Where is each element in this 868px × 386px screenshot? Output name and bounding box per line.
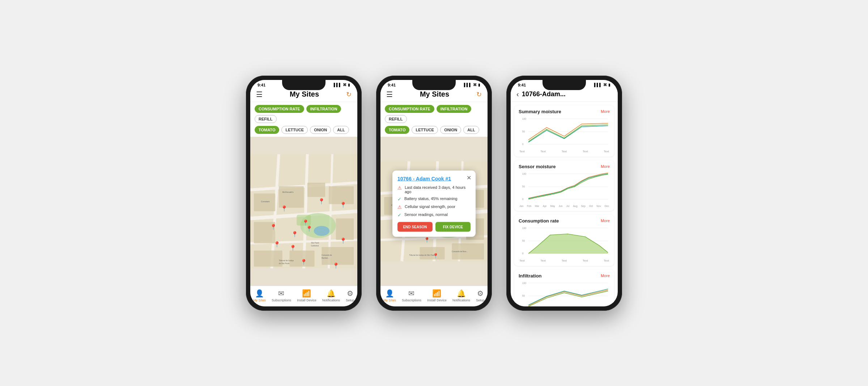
nav-person-icon-2: 👤 xyxy=(385,289,394,298)
nav-subscriptions-2[interactable]: ✉ Subscriptions xyxy=(402,289,421,302)
chip-refill-2[interactable]: REFILL xyxy=(385,115,407,123)
chart-svg-3: 100 50 0 xyxy=(519,226,610,258)
nav-gear-icon-2: ⚙ xyxy=(477,289,484,298)
svg-text:📍: 📍 xyxy=(424,237,430,243)
chip-tomato-2[interactable]: TOMATO xyxy=(385,126,409,134)
chart-x-labels-3: Text Text Text Text Text xyxy=(519,259,610,262)
status-icons-3: ▌▌▌ ⌘ ▮ xyxy=(594,83,610,87)
filter-row-1a: CONSUMPTION RATE INFILTRATION REFILL xyxy=(250,102,357,126)
phone-1-screen: 9:41 ▌▌▌ ⌘ ▮ ☰ My Sites ↻ CONSUMPTION RA… xyxy=(250,80,357,306)
nav-install-device-2[interactable]: 📶 Install Device xyxy=(427,289,447,302)
svg-text:📍: 📍 xyxy=(340,237,347,244)
svg-text:100: 100 xyxy=(522,227,527,229)
popup-title[interactable]: 10766 - Adam Cook #1 xyxy=(397,175,471,181)
x-label-2-9: Sep xyxy=(581,205,585,207)
nav-install-device-1[interactable]: 📶 Install Device xyxy=(297,289,316,302)
svg-text:50: 50 xyxy=(522,294,525,297)
nav-notifications-2[interactable]: 🔔 Notifications xyxy=(452,289,470,302)
time-2: 9:41 xyxy=(388,83,396,87)
svg-rect-13 xyxy=(329,186,354,204)
svg-text:📍: 📍 xyxy=(340,202,347,208)
nav-my-sites-label-1: My Sites xyxy=(253,298,266,302)
nav-notifications-1[interactable]: 🔔 Notifications xyxy=(322,289,340,302)
wifi-icon-2: ⌘ xyxy=(473,83,477,87)
nav-gear-icon-1: ⚙ xyxy=(347,289,353,298)
chart-card-consumption-rate: Consumption rate More 100 50 0 xyxy=(514,215,614,266)
nav-signal-icon-2: 📶 xyxy=(432,289,441,298)
chart-title-2: Sensor moisture xyxy=(519,164,556,169)
chart-more-4[interactable]: More xyxy=(601,273,610,278)
x-label-2-12: Dec xyxy=(605,205,609,207)
chip-lettuce-1[interactable]: LETTUCE xyxy=(281,126,308,134)
nav-subscriptions-label-1: Subscriptions xyxy=(272,298,291,302)
chart-more-2[interactable]: More xyxy=(601,164,610,169)
nav-setup-1[interactable]: ⚙ Setup xyxy=(346,289,354,302)
phone-2: 9:41 ▌▌▌ ⌘ ▮ ☰ My Sites ↻ CONSUMPTION RA… xyxy=(376,76,492,311)
nav-install-label-1: Install Device xyxy=(297,298,316,302)
x-label-2-1: Jan xyxy=(519,205,523,207)
nav-setup-2[interactable]: ⚙ Setup xyxy=(476,289,485,302)
phone-3-screen: 9:41 ▌▌▌ ⌘ ▮ ‹ 10766-Adam... Summary moi… xyxy=(511,80,618,306)
nav-subscriptions-1[interactable]: ✉ Subscriptions xyxy=(272,289,291,302)
chart-more-1[interactable]: More xyxy=(601,109,610,114)
map-area-2[interactable]: Constant McDonald's Tribunal de Justiça … xyxy=(380,137,488,286)
popup-text-2: Battery status, 45% remaining xyxy=(404,196,458,200)
battery-icon-2: ▮ xyxy=(478,83,480,87)
chip-consumption-rate-2[interactable]: CONSUMPTION RATE xyxy=(385,105,434,113)
nav-install-label-2: Install Device xyxy=(427,298,447,302)
app-header-2: ☰ My Sites ↻ xyxy=(380,89,488,102)
time-3: 9:41 xyxy=(518,83,526,87)
chip-lettuce-2[interactable]: LETTUCE xyxy=(412,126,438,134)
end-season-button[interactable]: END SEASON xyxy=(397,222,433,232)
popup-close-button[interactable]: ✕ xyxy=(467,174,471,181)
status-icons-2: ▌▌▌ ⌘ ▮ xyxy=(464,83,480,87)
chip-tomato-1[interactable]: TOMATO xyxy=(255,126,279,134)
svg-text:Cathedral: Cathedral xyxy=(311,245,319,246)
svg-text:📍: 📍 xyxy=(318,198,325,205)
popup-text-4: Sensor readings, normal xyxy=(404,212,448,216)
fix-device-button[interactable]: FIX DEVICE xyxy=(435,222,471,232)
wifi-icon-3: ⌘ xyxy=(603,83,607,87)
chart-title-3: Consumption rate xyxy=(519,218,559,224)
chip-consumption-rate-1[interactable]: CONSUMPTION RATE xyxy=(255,105,304,113)
svg-text:São Paulo: São Paulo xyxy=(311,242,319,243)
x-label-3-1: Text xyxy=(519,259,525,262)
refresh-icon-1[interactable]: ↻ xyxy=(346,90,352,98)
chip-refill-1[interactable]: REFILL xyxy=(255,115,277,123)
svg-text:📍: 📍 xyxy=(273,241,281,247)
back-button[interactable]: ‹ xyxy=(516,90,519,98)
chip-infiltration-2[interactable]: INFILTRATION xyxy=(437,105,472,113)
refresh-icon-2[interactable]: ↻ xyxy=(476,90,482,98)
svg-text:Bombei...: Bombei... xyxy=(322,257,329,259)
chip-all-2[interactable]: ALL xyxy=(463,126,479,134)
battery-icon-3: ▮ xyxy=(608,83,610,87)
chart-more-3[interactable]: More xyxy=(601,219,610,223)
popup-text-1: Last data received 3 days, 4 hours ago xyxy=(405,185,471,194)
x-label-1-3: Text xyxy=(562,150,567,153)
svg-text:50: 50 xyxy=(522,239,525,242)
svg-text:📍: 📍 xyxy=(306,225,313,232)
map-area-1[interactable]: Constant McDonald's São Paulo Cathedral … xyxy=(250,137,357,286)
chip-infiltration-1[interactable]: INFILTRATION xyxy=(306,105,341,113)
svg-text:100: 100 xyxy=(522,118,527,120)
chart-x-labels-1: Text Text Text Text Text xyxy=(519,150,610,153)
popup-buttons: END SEASON FIX DEVICE xyxy=(397,222,471,232)
svg-text:📍: 📍 xyxy=(291,231,298,238)
wifi-icon-1: ⌘ xyxy=(343,83,346,87)
nav-bell-icon-1: 🔔 xyxy=(327,289,336,298)
hamburger-2[interactable]: ☰ xyxy=(386,90,393,99)
status-icons-1: ▌▌▌ ⌘ ▮ xyxy=(334,83,350,87)
popup-item-1: ⚠ Last data received 3 days, 4 hours ago xyxy=(397,185,471,194)
notch-3 xyxy=(542,80,586,90)
nav-my-sites-1[interactable]: 👤 My Sites xyxy=(253,289,266,302)
header-title-2: My Sites xyxy=(420,90,449,98)
chip-onion-1[interactable]: ONION xyxy=(310,126,331,134)
x-label-2-4: Apr xyxy=(543,205,547,207)
x-label-1-4: Text xyxy=(583,150,588,153)
chip-onion-2[interactable]: ONION xyxy=(440,126,461,134)
x-label-1-1: Text xyxy=(519,150,525,153)
chip-all-1[interactable]: ALL xyxy=(333,126,349,134)
hamburger-1[interactable]: ☰ xyxy=(256,90,263,99)
nav-my-sites-2[interactable]: 👤 My Sites xyxy=(383,289,396,302)
charts-scroll[interactable]: Summary moisture More 100 50 0 xyxy=(511,102,618,306)
